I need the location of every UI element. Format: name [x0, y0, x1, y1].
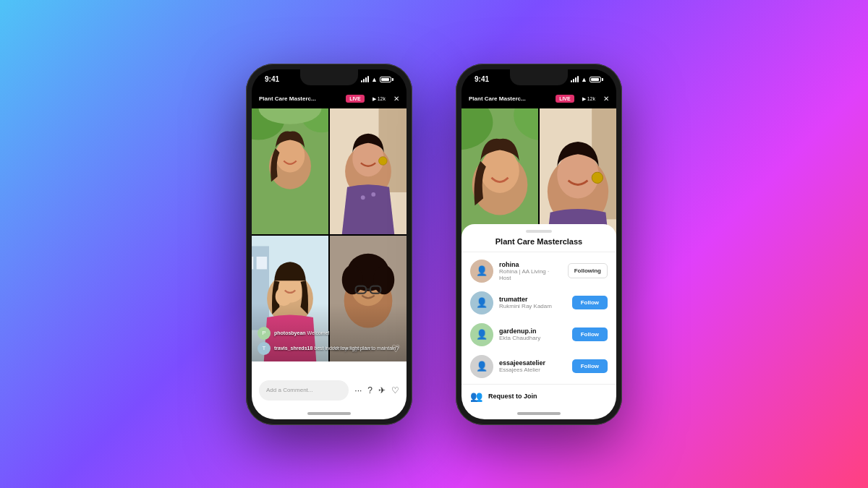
battery-icon — [380, 77, 393, 82]
chat-message-1: P photosbyean Welcome! — [258, 327, 401, 340]
user-info-trumatter: trumatter Rukmini Ray Kadam — [499, 296, 566, 309]
like-icon[interactable]: ♡ — [391, 385, 399, 395]
follow-button-gardenup[interactable]: Follow — [572, 328, 608, 341]
user-info-gardenup: gardenup.in Ekta Chaudhary — [499, 328, 566, 341]
user-info-rohina: rohina Rohina | AA Living · Host — [499, 261, 562, 281]
user-avatar-gardenup: 👤 — [470, 323, 493, 346]
svg-rect-16 — [257, 257, 268, 269]
user-sub-trumatter: Rukmini Ray Kadam — [499, 303, 566, 309]
user-avatar-rohina: 👤 — [470, 260, 493, 283]
wifi-icon-2: ▲ — [581, 76, 587, 83]
live-title-1: Plant Care Masterc... — [259, 95, 341, 102]
user-info-essajees: essajeesatelier Essajees Atelier — [499, 359, 566, 373]
request-join-icon: 👥 — [470, 390, 482, 402]
chat-avatar-2: T — [258, 342, 271, 355]
username-rohina: rohina — [499, 261, 562, 268]
chat-text-2: travis_shreds18 best indoor low light pl… — [274, 346, 399, 351]
comment-input[interactable]: Add a Comment... — [259, 380, 349, 401]
viewers-icon-2: ▶ — [582, 96, 586, 102]
phone-1: 9:41 ▲ Plant Care Masterc... LIVE — [246, 64, 412, 425]
svg-rect-15 — [252, 257, 253, 269]
chat-overlay: P photosbyean Welcome! T travis_shreds18… — [252, 304, 407, 361]
question-icon[interactable]: ? — [367, 385, 373, 395]
modal-sheet: Plant Care Masterclass 👤 rohina Rohina |… — [461, 224, 616, 419]
svg-point-10 — [379, 156, 388, 165]
live-badge-2: LIVE — [556, 95, 574, 103]
user-row-essajees: 👤 essajeesatelier Essajees Atelier Follo… — [461, 351, 616, 382]
username-trumatter: trumatter — [499, 296, 566, 303]
user-row-rohina: 👤 rohina Rohina | AA Living · Host Follo… — [461, 255, 616, 287]
bottom-bar-1: Add a Comment... ··· ? ✈ ♡ — [252, 361, 407, 419]
follow-button-essajees[interactable]: Follow — [572, 359, 608, 373]
svg-point-24 — [342, 265, 363, 294]
live-title-2: Plant Care Masterc... — [469, 95, 551, 102]
svg-point-11 — [361, 195, 365, 200]
svg-point-38 — [592, 172, 603, 183]
request-join-row[interactable]: 👥 Request to Join — [461, 384, 616, 408]
home-indicator-1 — [307, 412, 351, 415]
chat-message-2: T travis_shreds18 best indoor low light … — [258, 342, 401, 355]
viewers-badge-1: ▶ 12k — [369, 95, 389, 103]
live-badge-1: LIVE — [346, 95, 365, 103]
heart-icon-1: ♡ — [391, 343, 401, 354]
wifi-icon: ▲ — [371, 76, 378, 83]
notch-2 — [510, 69, 568, 85]
video-cell-1 — [252, 108, 328, 234]
viewers-icon: ▶ — [373, 96, 376, 102]
svg-point-12 — [371, 192, 375, 197]
svg-point-33 — [480, 148, 519, 192]
notch — [300, 69, 358, 85]
battery-icon-2 — [590, 77, 603, 82]
username-essajees: essajeesatelier — [499, 359, 566, 367]
user-avatar-essajees: 👤 — [470, 355, 493, 378]
live-header-2: Plant Care Masterc... LIVE ▶ 12k ✕ — [461, 90, 616, 108]
svg-point-25 — [373, 265, 394, 294]
action-icons: ? ✈ ♡ — [367, 385, 399, 395]
chat-text-1: photosbyean Welcome! — [274, 330, 330, 335]
live-header-1: Plant Care Masterc... LIVE ▶ 12k ✕ — [252, 90, 407, 108]
status-time-1: 9:41 — [265, 75, 279, 83]
svg-point-5 — [276, 139, 305, 172]
user-row-trumatter: 👤 trumatter Rukmini Ray Kadam Follow — [461, 287, 616, 319]
modal-divider — [461, 252, 616, 252]
chat-avatar-1: P — [258, 327, 271, 340]
video-cell-2 — [330, 108, 407, 234]
user-sub-essajees: Essajees Atelier — [499, 367, 566, 373]
viewers-badge-2: ▶ 12k — [579, 95, 599, 103]
request-join-text: Request to Join — [488, 393, 537, 400]
user-avatar-trumatter: 👤 — [470, 291, 493, 314]
status-time-2: 9:41 — [475, 75, 489, 83]
user-row-gardenup: 👤 gardenup.in Ekta Chaudhary Follow — [461, 319, 616, 351]
modal-handle — [526, 230, 552, 233]
close-button-1[interactable]: ✕ — [393, 95, 399, 103]
status-icons-2: ▲ — [571, 76, 603, 83]
close-button-2[interactable]: ✕ — [603, 95, 609, 103]
more-options-button[interactable]: ··· — [354, 385, 362, 395]
following-button-rohina[interactable]: Following — [568, 263, 608, 278]
signal-icon — [361, 76, 369, 82]
follow-button-trumatter[interactable]: Follow — [572, 296, 608, 309]
modal-title: Plant Care Masterclass — [461, 237, 616, 246]
home-indicator-2 — [517, 412, 561, 415]
dm-icon[interactable]: ✈ — [378, 385, 386, 395]
user-sub-gardenup: Ekta Chaudhary — [499, 335, 566, 341]
phone-2: 9:41 ▲ Plant Care Masterc... LIVE — [456, 64, 622, 425]
status-icons-1: ▲ — [361, 76, 393, 83]
signal-icon-2 — [571, 76, 579, 82]
user-sub-rohina: Rohina | AA Living · Host — [499, 268, 562, 281]
username-gardenup: gardenup.in — [499, 328, 566, 335]
